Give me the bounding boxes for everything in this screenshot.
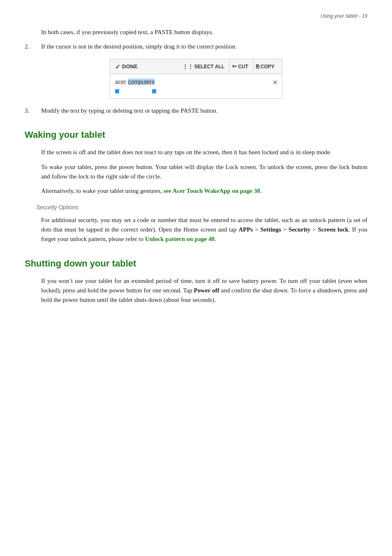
security-settings: Settings — [260, 226, 281, 233]
waking-section-heading: Waking your tablet — [25, 128, 367, 142]
copy-label: COPY — [261, 63, 274, 71]
security-gt1: > — [253, 226, 260, 233]
waking-para3: Alternatively, to wake your tablet using… — [41, 186, 367, 196]
security-security: Security — [288, 226, 310, 233]
toolbar-bar: ✓ DONE ⋮⋮ SELECT ALL ✂ CUT ⎘ COPY — [110, 59, 282, 74]
waking-para3-after: . — [260, 188, 262, 194]
cursor-end — [152, 89, 156, 93]
close-icon[interactable]: ✕ — [272, 78, 278, 88]
text-selected: computers — [128, 79, 154, 85]
security-gt3: > — [311, 226, 318, 233]
waking-para3-before: Alternatively, to wake your tablet using… — [41, 188, 164, 194]
item-number: 2. — [25, 42, 41, 51]
security-para: For additional security, you may set a c… — [41, 215, 367, 244]
waking-para1: If the screen is off and the tablet does… — [41, 148, 367, 157]
text-field-area: acer computers ✕ — [110, 74, 282, 98]
select-all-icon: ⋮⋮ — [182, 63, 193, 71]
page-header: Using your tablet - 19 — [25, 12, 367, 20]
toolbar-actions: ⋮⋮ SELECT ALL ✂ CUT ⎘ COPY — [180, 62, 277, 72]
security-gt2: > — [281, 226, 288, 233]
cut-icon: ✂ — [232, 63, 237, 71]
item-text: If the cursor is not in the desired posi… — [41, 42, 367, 51]
item-text: Modify the text by typing or deleting te… — [41, 106, 367, 116]
waking-link[interactable]: see Acer Touch WakeApp on page 38 — [164, 188, 260, 194]
cursor-container — [115, 89, 277, 93]
power-off-label: Power off — [194, 287, 219, 294]
toolbar-screenshot: ✓ DONE ⋮⋮ SELECT ALL ✂ CUT ⎘ COPY acer c… — [110, 59, 282, 99]
copy-button[interactable]: ⎘ COPY — [253, 62, 277, 72]
text-field-content: acer computers — [115, 78, 277, 87]
security-apps: APPs — [238, 226, 253, 233]
shutting-section-heading: Shutting down your tablet — [25, 257, 367, 271]
security-end: . — [214, 236, 216, 242]
check-icon: ✓ — [115, 62, 120, 72]
select-all-button[interactable]: ⋮⋮ SELECT ALL — [180, 62, 227, 72]
intro-paragraph: In both cases, if you previously copied … — [41, 28, 367, 37]
numbered-item-3: 3. Modify the text by typing or deleting… — [25, 106, 367, 116]
select-all-label: SELECT ALL — [194, 63, 225, 71]
done-label: DONE — [122, 63, 138, 71]
cut-label: CUT — [238, 63, 248, 71]
cut-button[interactable]: ✂ CUT — [229, 62, 251, 72]
unlock-pattern-link[interactable]: Unlock pattern on page 48 — [145, 236, 214, 242]
item-number: 3. — [25, 106, 41, 116]
numbered-item-2: 2. If the cursor is not in the desired p… — [25, 42, 367, 51]
security-screenlock: Screen lock — [318, 226, 349, 233]
copy-icon: ⎘ — [256, 63, 259, 71]
shutting-para: If you won’t use your tablet for an exte… — [41, 276, 367, 305]
cursor-start — [115, 89, 119, 93]
toolbar-done: ✓ DONE — [115, 62, 176, 72]
security-subheading: Security Options — [36, 203, 367, 212]
waking-para2: To wake your tablet, press the power but… — [41, 162, 367, 182]
text-normal: acer — [115, 79, 128, 85]
